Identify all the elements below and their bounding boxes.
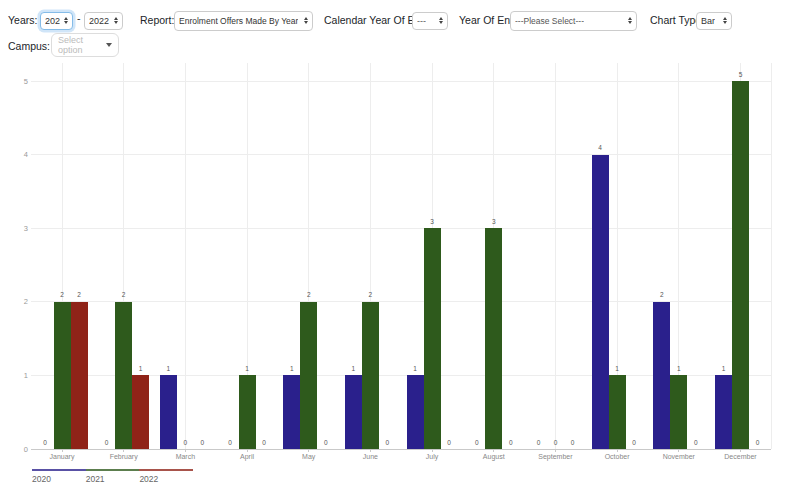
month-label: June: [339, 453, 401, 460]
legend-segment-2020[interactable]: [32, 469, 86, 471]
y-axis-label: 2: [0, 297, 28, 306]
value-label: 0: [192, 439, 212, 446]
x-axis-tick: [185, 449, 186, 452]
month-label: April: [216, 453, 278, 460]
x-axis-tick: [493, 449, 494, 452]
value-label: 0: [562, 439, 582, 446]
gridline-v: [185, 63, 186, 449]
bar-2021-june[interactable]: [362, 302, 379, 449]
x-axis-tick: [740, 449, 741, 452]
value-label: 2: [652, 291, 672, 298]
value-label: 1: [713, 365, 733, 372]
bar-2020-june[interactable]: [345, 375, 362, 449]
value-label: 1: [131, 365, 151, 372]
bar-2020-march[interactable]: [160, 375, 177, 449]
value-label: 0: [467, 439, 487, 446]
value-label: 0: [35, 439, 55, 446]
value-label: 0: [377, 439, 397, 446]
y-axis-label: 4: [0, 150, 28, 159]
value-label: 0: [316, 439, 336, 446]
month-label: August: [463, 453, 525, 460]
value-label: 0: [686, 439, 706, 446]
chart-area: 0123450010111004212201223301152100000000…: [0, 0, 800, 492]
month-label: December: [709, 453, 771, 460]
bar-2021-october[interactable]: [609, 375, 626, 449]
bar-2020-july[interactable]: [407, 375, 424, 449]
bar-2021-november[interactable]: [670, 375, 687, 449]
value-label: 2: [299, 291, 319, 298]
value-label: 2: [69, 291, 89, 298]
value-label: 1: [607, 365, 627, 372]
x-axis-tick: [678, 449, 679, 452]
value-label: 0: [220, 439, 240, 446]
gridline-h: [31, 81, 771, 82]
bar-2021-april[interactable]: [239, 375, 256, 449]
legend-segment-2022[interactable]: [139, 469, 193, 471]
value-label: 1: [405, 365, 425, 372]
bar-2022-february[interactable]: [132, 375, 149, 449]
value-label: 1: [282, 365, 302, 372]
value-label: 0: [254, 439, 274, 446]
value-label: 2: [114, 291, 134, 298]
month-label: November: [648, 453, 710, 460]
bar-2021-february[interactable]: [115, 302, 132, 449]
value-label: 0: [501, 439, 521, 446]
gridline-h: [31, 228, 771, 229]
legend-label-2021[interactable]: 2021: [86, 474, 126, 484]
value-label: 0: [439, 439, 459, 446]
bar-2020-november[interactable]: [653, 302, 670, 449]
x-axis-tick: [555, 449, 556, 452]
bar-2021-july[interactable]: [424, 228, 441, 449]
value-label: 1: [237, 365, 257, 372]
value-label: 0: [747, 439, 767, 446]
month-label: May: [278, 453, 340, 460]
month-label: January: [31, 453, 93, 460]
month-label: October: [586, 453, 648, 460]
value-label: 1: [158, 365, 178, 372]
value-label: 3: [422, 218, 442, 225]
value-label: 3: [484, 218, 504, 225]
gridline-v: [555, 63, 556, 449]
bar-2020-may[interactable]: [283, 375, 300, 449]
value-label: 0: [97, 439, 117, 446]
month-label: July: [401, 453, 463, 460]
bar-2022-january[interactable]: [71, 302, 88, 449]
gridline-v: [771, 63, 772, 449]
value-label: 0: [624, 439, 644, 446]
bar-2021-august[interactable]: [485, 228, 502, 449]
month-label: September: [524, 453, 586, 460]
x-axis-tick: [247, 449, 248, 452]
y-axis-label: 3: [0, 224, 28, 233]
month-label: March: [154, 453, 216, 460]
y-axis-label: 1: [0, 371, 28, 380]
bar-2021-may[interactable]: [300, 302, 317, 449]
y-axis-label: 0: [0, 445, 28, 454]
bar-2021-december[interactable]: [732, 81, 749, 449]
x-axis-line: [31, 449, 771, 450]
value-label: 5: [730, 71, 750, 78]
bar-2020-december[interactable]: [715, 375, 732, 449]
y-axis-label: 5: [0, 77, 28, 86]
enrolment-report-page: Years: 2020 - 2022 Report: Enrolment Off…: [0, 0, 800, 492]
legend-label-2022[interactable]: 2022: [139, 474, 179, 484]
gridline-h: [31, 154, 771, 155]
bar-2021-january[interactable]: [54, 302, 71, 449]
x-axis-tick: [62, 449, 63, 452]
x-axis-tick: [617, 449, 618, 452]
value-label: 2: [360, 291, 380, 298]
bar-2020-october[interactable]: [592, 155, 609, 449]
value-label: 1: [669, 365, 689, 372]
month-label: February: [93, 453, 155, 460]
legend-label-2020[interactable]: 2020: [32, 474, 72, 484]
x-axis-tick: [370, 449, 371, 452]
x-axis-tick: [432, 449, 433, 452]
value-label: 1: [343, 365, 363, 372]
x-axis-tick: [308, 449, 309, 452]
value-label: 4: [590, 144, 610, 151]
x-axis-tick: [123, 449, 124, 452]
legend-segment-2021[interactable]: [86, 469, 140, 471]
